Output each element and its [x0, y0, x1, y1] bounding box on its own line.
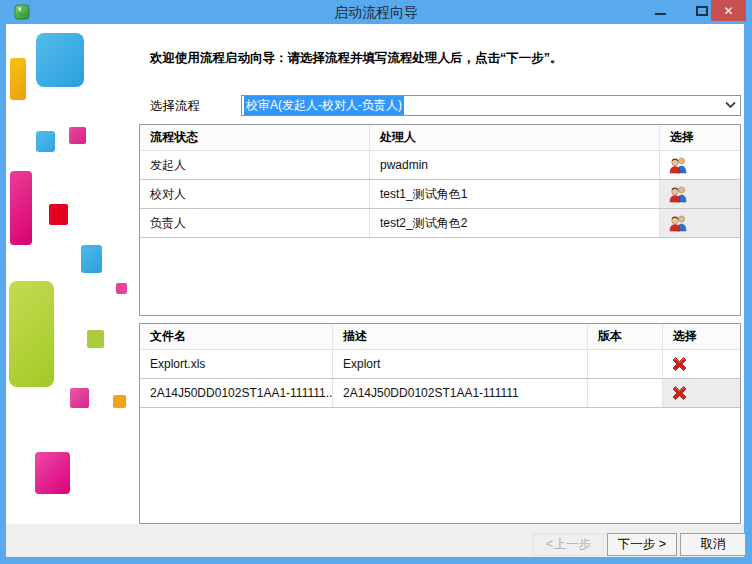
column-header-select: 选择 — [663, 324, 740, 349]
remove-file-button[interactable] — [663, 379, 740, 407]
process-combobox[interactable]: 校审A(发起人-校对人-负责人) — [241, 95, 741, 116]
wizard-window: 启动流程向导 ✕ 欢迎使用流程启动向导：请选择流程并填写流程处理人后，点击“下一… — [0, 0, 752, 564]
column-header-description: 描述 — [333, 324, 588, 349]
role-status: 发起人 — [140, 151, 370, 179]
role-status: 负责人 — [140, 209, 370, 237]
role-handler: test2_测试角色2 — [370, 209, 660, 237]
close-button[interactable]: ✕ — [711, 0, 746, 21]
file-name: Explort.xls — [140, 350, 333, 378]
users-icon — [668, 214, 688, 232]
chevron-down-icon — [725, 101, 736, 109]
files-table-header: 文件名 描述 版本 选择 — [140, 324, 740, 350]
roles-table-row-3: 负责人 test2_测试角色2 — [140, 209, 740, 238]
file-version — [588, 379, 663, 407]
back-button[interactable]: <上一步 — [533, 533, 604, 556]
column-header-select: 选择 — [660, 125, 740, 150]
roles-table-row-2: 校对人 test1_测试角色1 — [140, 180, 740, 209]
cancel-button[interactable]: 取消 — [680, 533, 746, 556]
role-handler: pwadmin — [370, 151, 660, 179]
file-name: 2A14J50DD0102ST1AA1-111111.... — [140, 379, 333, 407]
role-status: 校对人 — [140, 180, 370, 208]
red-x-icon — [671, 356, 688, 372]
files-table: 文件名 描述 版本 选择 Explort.xls Explort — [139, 323, 741, 524]
pick-user-button[interactable] — [660, 151, 740, 179]
remove-file-button[interactable] — [663, 350, 740, 378]
files-table-row-1: Explort.xls Explort — [140, 350, 740, 379]
pick-user-button[interactable] — [660, 180, 740, 208]
roles-table-row-1: 发起人 pwadmin — [140, 151, 740, 180]
dialog-body: 欢迎使用流程启动向导：请选择流程并填写流程处理人后，点击“下一步”。 选择流程 … — [6, 24, 744, 524]
file-description: 2A14J50DD0102ST1AA1-111111 — [333, 379, 588, 407]
role-handler: test1_测试角色1 — [370, 180, 660, 208]
column-header-status: 流程状态 — [140, 125, 370, 150]
window-title: 启动流程向导 — [0, 0, 752, 24]
footer-bar: <上一步 下一步 > 取消 — [6, 524, 744, 557]
minimize-button[interactable] — [646, 0, 674, 22]
file-description: Explort — [333, 350, 588, 378]
main-panel: 欢迎使用流程启动向导：请选择流程并填写流程处理人后，点击“下一步”。 选择流程 … — [6, 24, 744, 524]
users-icon — [668, 156, 688, 174]
files-table-row-2: 2A14J50DD0102ST1AA1-111111.... 2A14J50DD… — [140, 379, 740, 408]
column-header-filename: 文件名 — [140, 324, 333, 349]
titlebar: 启动流程向导 ✕ — [0, 0, 752, 24]
next-button[interactable]: 下一步 > — [607, 533, 677, 556]
maximize-icon — [696, 6, 708, 16]
column-header-version: 版本 — [588, 324, 663, 349]
column-header-handler: 处理人 — [370, 125, 660, 150]
file-version — [588, 350, 663, 378]
process-selected-value: 校审A(发起人-校对人-负责人) — [244, 96, 404, 115]
roles-table-header: 流程状态 处理人 选择 — [140, 125, 740, 151]
close-icon: ✕ — [723, 4, 733, 18]
minimize-icon — [655, 13, 666, 15]
red-x-icon — [671, 385, 688, 401]
users-icon — [668, 185, 688, 203]
process-select-label: 选择流程 — [150, 98, 200, 115]
roles-table: 流程状态 处理人 选择 发起人 pwadmin — [139, 124, 741, 316]
welcome-text: 欢迎使用流程启动向导：请选择流程并填写流程处理人后，点击“下一步”。 — [150, 50, 730, 67]
pick-user-button[interactable] — [660, 209, 740, 237]
